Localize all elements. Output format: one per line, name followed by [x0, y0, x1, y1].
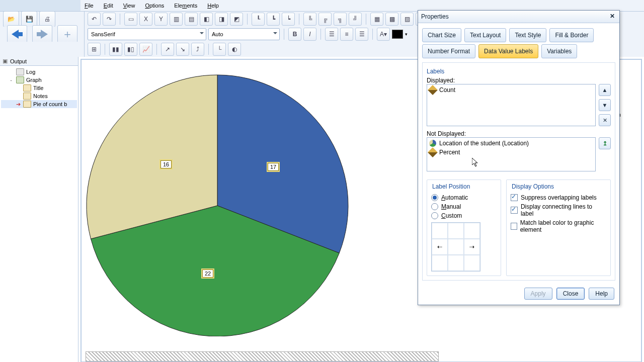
tree-item[interactable]: ➔Pie of count b: [1, 100, 77, 108]
list-item[interactable]: Percent: [429, 149, 593, 156]
undo-icon[interactable]: ↶: [88, 13, 101, 26]
outline-title: ▣Output: [0, 57, 78, 66]
pencil-icon: [428, 85, 438, 95]
tool-o-icon[interactable]: ▩: [385, 13, 398, 26]
menu-options[interactable]: Options: [141, 2, 168, 10]
radio-custom[interactable]: Custom: [431, 212, 497, 219]
add-to-displayed-icon[interactable]: ↥: [599, 137, 611, 149]
align-left-icon[interactable]: ☰: [325, 28, 338, 41]
text-color-icon[interactable]: A▾: [377, 28, 390, 41]
tab-chart-size[interactable]: Chart Size: [422, 28, 461, 42]
menu-left-filler: [0, 0, 80, 11]
tool-p-icon[interactable]: ▨: [400, 13, 414, 26]
properties-dialog[interactable]: Properties ✕ Chart SizeText LayoutText S…: [418, 10, 620, 305]
tab-text-layout[interactable]: Text Layout: [464, 28, 506, 42]
fill-swatch-icon[interactable]: [392, 30, 403, 39]
tab-text-style[interactable]: Text Style: [509, 28, 546, 42]
align-center-icon[interactable]: ≡: [340, 28, 353, 41]
tool-m-icon[interactable]: ╝: [349, 13, 362, 26]
bar-chart-icon[interactable]: ▮▮: [109, 43, 122, 56]
tab-fill-border[interactable]: Fill & Border: [549, 28, 594, 42]
move-down-icon[interactable]: ▼: [599, 99, 611, 111]
pie-label-haarlem: 22: [202, 269, 213, 278]
checkbox-option[interactable]: Display connecting lines to label: [511, 203, 606, 217]
checkbox-option[interactable]: Suppress overlapping labels: [511, 194, 606, 201]
move-up-icon[interactable]: ▲: [599, 84, 611, 96]
outline-tree[interactable]: Log-GraphTitleNotes➔Pie of count b: [0, 66, 78, 110]
tree-item[interactable]: Log: [1, 68, 77, 76]
dialog-title: Properties: [421, 13, 449, 20]
tab-data-value-labels[interactable]: Data Value Labels: [478, 44, 538, 58]
close-button[interactable]: Close: [556, 288, 585, 300]
help-button[interactable]: Help: [589, 288, 614, 300]
tool-n-icon[interactable]: ▦: [370, 13, 383, 26]
close-icon[interactable]: ✕: [608, 13, 616, 21]
tool-k-icon[interactable]: ╔: [318, 13, 332, 26]
trend-a-icon[interactable]: ↗: [161, 43, 174, 56]
open-icon[interactable]: 📂: [3, 11, 19, 27]
tool-c-icon[interactable]: ▤: [185, 13, 198, 26]
list-item[interactable]: Count: [429, 86, 593, 94]
apply-button[interactable]: Apply: [524, 288, 552, 300]
menu-file[interactable]: File: [80, 2, 98, 10]
not-displayed-listbox[interactable]: Location of the student (Location)Percen…: [427, 137, 596, 171]
radio-automatic[interactable]: Automatic: [431, 194, 497, 201]
bold-icon[interactable]: B: [288, 28, 301, 41]
tab-variables[interactable]: Variables: [541, 44, 577, 58]
tool-j-icon[interactable]: ╚: [303, 13, 316, 26]
y-axis-icon[interactable]: Y: [154, 13, 168, 26]
nav-back-icon[interactable]: [7, 25, 27, 43]
outline-header-strip: [0, 42, 85, 57]
menu-help[interactable]: Help: [203, 2, 223, 10]
tab-number-format[interactable]: Number Format: [422, 44, 475, 58]
tool-e-icon[interactable]: ◨: [215, 13, 228, 26]
tree-item[interactable]: Notes: [1, 92, 77, 100]
select-all-icon[interactable]: ⊞: [88, 43, 101, 56]
save-icon[interactable]: 💾: [21, 11, 37, 27]
tool-d-icon[interactable]: ◧: [200, 13, 213, 26]
pie-chart[interactable]: [82, 65, 353, 336]
displayed-listbox[interactable]: Count: [427, 84, 596, 126]
dialog-body: Labels Displayed: Count ▲ ▼ ✕ Not Displa…: [422, 62, 615, 281]
nav-add-icon[interactable]: ＋: [57, 25, 77, 43]
nav-toolbar: ＋: [0, 27, 85, 42]
tool-a-icon[interactable]: ▭: [124, 13, 137, 26]
pie-tool-icon[interactable]: ◐: [228, 43, 241, 56]
font-size-value: Auto: [212, 31, 223, 37]
line-chart-icon[interactable]: 📈: [139, 43, 152, 56]
trend-b-icon[interactable]: ↘: [176, 43, 189, 56]
x-axis-icon[interactable]: X: [139, 13, 152, 26]
label-position-group: Label Position AutomaticManualCustom ⇠⇢: [427, 179, 501, 276]
nav-forward-icon[interactable]: [32, 25, 52, 43]
remove-icon[interactable]: ✕: [599, 114, 611, 126]
svg-marker-0: [12, 30, 23, 39]
font-family-combo[interactable]: SansSerif: [88, 28, 206, 40]
axis-icon[interactable]: └: [213, 43, 226, 56]
position-grid[interactable]: ⇠⇢: [431, 222, 480, 272]
redo-icon[interactable]: ↷: [103, 13, 116, 26]
tool-g-icon[interactable]: ┖: [252, 13, 265, 26]
tool-l-icon[interactable]: ╗: [334, 13, 347, 26]
radio-manual[interactable]: Manual: [431, 203, 497, 210]
tool-b-icon[interactable]: ▥: [170, 13, 183, 26]
tree-item[interactable]: Title: [1, 84, 77, 92]
dialog-titlebar[interactable]: Properties ✕: [418, 11, 619, 23]
menu-elements[interactable]: Elements: [170, 2, 201, 10]
tool-f-icon[interactable]: ◩: [230, 13, 243, 26]
dialog-button-bar: Apply Close Help: [418, 285, 619, 305]
tool-h-icon[interactable]: ┗: [267, 13, 280, 26]
font-size-combo[interactable]: Auto: [208, 28, 280, 40]
displayed-label: Displayed:: [427, 77, 611, 84]
menu-view[interactable]: View: [119, 2, 139, 10]
menu-edit[interactable]: Edit: [100, 2, 117, 10]
tree-item[interactable]: -Graph: [1, 76, 77, 84]
align-right-icon[interactable]: ☰: [355, 28, 368, 41]
trend-c-icon[interactable]: ⤴: [191, 43, 204, 56]
checkbox-option[interactable]: Match label color to graphic element: [511, 219, 606, 233]
print-icon[interactable]: 🖨: [39, 11, 55, 27]
list-item[interactable]: Location of the student (Location): [429, 140, 593, 147]
italic-icon[interactable]: I: [303, 28, 316, 41]
pie-label-diemen: 17: [268, 163, 279, 171]
tool-i-icon[interactable]: ┕: [282, 13, 295, 26]
bar-desc-icon[interactable]: ▮▯: [124, 43, 137, 56]
